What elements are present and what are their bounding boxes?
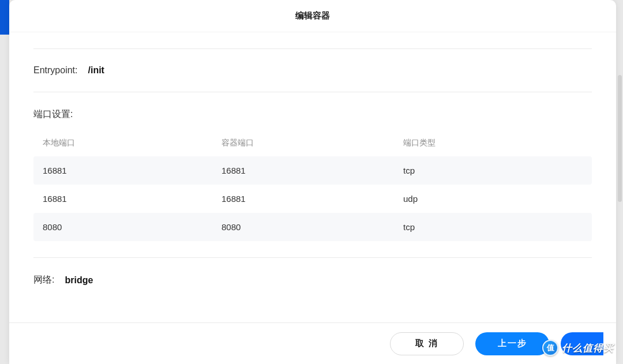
ports-table: 本地端口 容器端口 端口类型 16881 16881 tcp 16881 168…	[33, 130, 592, 241]
table-row[interactable]: 8080 8080 tcp	[33, 213, 592, 241]
scrollbar-thumb[interactable]	[618, 75, 622, 202]
ports-table-header: 本地端口 容器端口 端口类型	[33, 130, 592, 156]
cell-port-type: udp	[403, 194, 583, 204]
cancel-button[interactable]: 取 消	[390, 332, 464, 355]
table-row[interactable]: 16881 16881 tcp	[33, 156, 592, 185]
entrypoint-value: /init	[88, 65, 104, 76]
cell-port-type: tcp	[403, 222, 583, 232]
edit-container-modal: 编辑容器 Entrypoint: /init 端口设置: 本地端口 容器端口 端…	[9, 0, 616, 364]
ports-section-title: 端口设置:	[33, 108, 592, 121]
next-step-button-partial[interactable]	[561, 332, 603, 355]
table-row[interactable]: 16881 16881 udp	[33, 185, 592, 213]
divider	[33, 92, 592, 92]
cell-local-port: 8080	[43, 222, 222, 232]
modal-footer: 取 消 上一步	[9, 322, 616, 364]
entrypoint-row: Entrypoint: /init	[33, 49, 592, 92]
prev-step-button[interactable]: 上一步	[475, 332, 549, 355]
col-port-type: 端口类型	[403, 138, 583, 148]
modal-title: 编辑容器	[295, 10, 330, 21]
cell-port-type: tcp	[403, 166, 583, 175]
col-container-port: 容器端口	[222, 138, 403, 148]
network-value: bridge	[65, 275, 93, 286]
cell-container-port: 8080	[222, 222, 403, 232]
cell-container-port: 16881	[222, 166, 403, 175]
entrypoint-label: Entrypoint:	[33, 65, 77, 76]
modal-body[interactable]: Entrypoint: /init 端口设置: 本地端口 容器端口 端口类型 1…	[9, 32, 616, 322]
col-local-port: 本地端口	[43, 138, 222, 148]
cell-local-port: 16881	[43, 194, 222, 204]
network-label: 网络:	[33, 274, 54, 286]
modal-header: 编辑容器	[9, 0, 616, 32]
network-row: 网络: bridge	[33, 257, 592, 286]
background-accent	[0, 0, 9, 35]
cell-container-port: 16881	[222, 194, 403, 204]
cell-local-port: 16881	[43, 166, 222, 175]
